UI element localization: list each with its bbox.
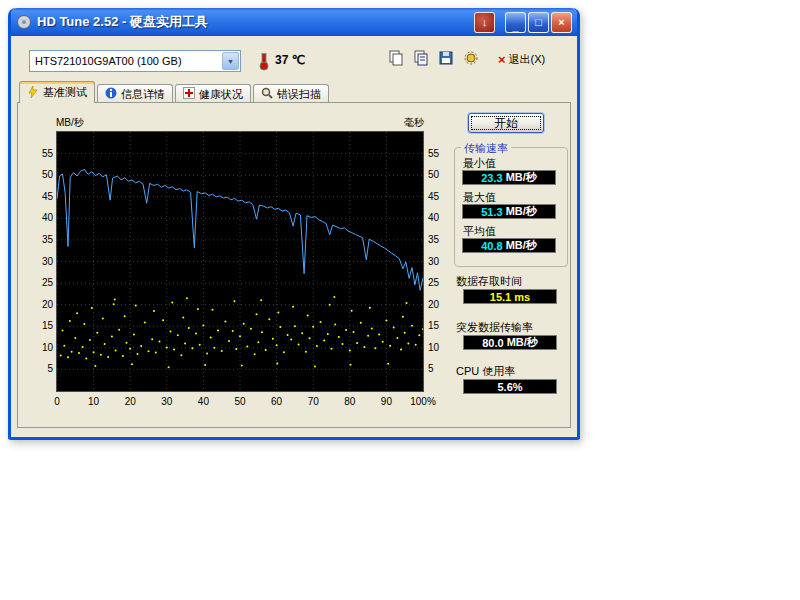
tab-strip: 基准测试 信息详情 健康状况	[19, 81, 331, 103]
y-tick-label: 20	[42, 299, 53, 310]
y-tick-label: 55	[428, 148, 439, 159]
x-tick-label: 80	[344, 396, 355, 407]
y-tick-label: 15	[428, 320, 439, 331]
access-time-unit: ms	[514, 291, 530, 303]
x-tick-label: 100%	[410, 396, 436, 407]
close-button[interactable]: ×	[551, 12, 572, 33]
cpu-usage-label: CPU 使用率	[456, 364, 515, 379]
x-tick-label: 90	[381, 396, 392, 407]
tab-info[interactable]: 信息详情	[97, 84, 173, 103]
benchmark-icon	[27, 86, 39, 100]
chevron-down-icon[interactable]: ▼	[222, 52, 239, 70]
y-tick-label: 50	[428, 169, 439, 180]
min-label: 最小值	[463, 156, 496, 171]
window-title: HD Tune 2.52 - 硬盘实用工具	[37, 13, 474, 31]
y-tick-label: 10	[428, 342, 439, 353]
y-tick-label: 40	[428, 212, 439, 223]
info-icon	[105, 87, 117, 101]
error-scan-icon	[261, 87, 273, 101]
max-unit: MB/秒	[506, 204, 537, 219]
min-unit: MB/秒	[506, 170, 537, 185]
tab-benchmark[interactable]: 基准测试	[19, 81, 95, 103]
tab-label: 基准测试	[43, 85, 87, 100]
hd-tune-window: HD Tune 2.52 - 硬盘实用工具 ↓ _ □ × HTS721010G…	[8, 8, 580, 440]
tab-error-scan[interactable]: 错误扫描	[253, 84, 329, 103]
right-axis-label: 毫秒	[404, 116, 424, 130]
y-tick-label: 25	[428, 277, 439, 288]
client-area: HTS721010G9AT00 (100 GB) ▼ 37 ℃	[11, 36, 577, 437]
cpu-usage-value: 5.6%	[497, 381, 522, 393]
y-tick-label: 40	[42, 212, 53, 223]
drive-select-value: HTS721010G9AT00 (100 GB)	[35, 55, 182, 67]
tab-health[interactable]: 健康状况	[175, 84, 251, 103]
desktop: HD Tune 2.52 - 硬盘实用工具 ↓ _ □ × HTS721010G…	[0, 0, 800, 600]
health-icon	[183, 87, 195, 101]
options-icon	[463, 50, 479, 69]
max-label: 最大值	[463, 190, 496, 205]
tab-label: 健康状况	[199, 87, 243, 102]
burst-rate-box: 80.0 MB/秒	[463, 335, 557, 350]
exit-button[interactable]: × 退出(X)	[493, 48, 550, 70]
x-tick-label: 70	[308, 396, 319, 407]
access-time-value: 15.1	[490, 291, 511, 303]
y-tick-label: 50	[42, 169, 53, 180]
maximize-button[interactable]: □	[528, 12, 549, 33]
x-tick-label: 0	[54, 396, 60, 407]
min-value: 23.3	[481, 172, 502, 184]
burst-rate-label: 突发数据传输率	[456, 320, 533, 335]
y-tick-label: 30	[42, 256, 53, 267]
tab-label: 信息详情	[121, 87, 165, 102]
titlebar[interactable]: HD Tune 2.52 - 硬盘实用工具 ↓ _ □ ×	[11, 8, 577, 36]
options-button[interactable]	[460, 48, 482, 70]
cpu-usage-box: 5.6%	[463, 379, 557, 394]
burst-rate-unit: MB/秒	[507, 335, 538, 350]
x-axis-ticks: 0102030405060708090100%	[57, 396, 423, 410]
access-time-label: 数据存取时间	[456, 274, 522, 289]
y-tick-label: 45	[428, 191, 439, 202]
y-tick-label: 5	[428, 363, 434, 374]
max-value: 51.3	[481, 206, 502, 218]
copy-text-icon	[413, 50, 429, 69]
copy-screenshot-icon	[388, 50, 404, 69]
minimize-button[interactable]: _	[505, 12, 526, 33]
avg-value-box: 40.8 MB/秒	[462, 238, 556, 253]
y-tick-label: 5	[47, 363, 53, 374]
avg-label: 平均值	[463, 224, 496, 239]
x-tick-label: 40	[198, 396, 209, 407]
copy-screenshot-button[interactable]	[385, 48, 407, 70]
y-tick-label: 35	[42, 234, 53, 245]
save-icon	[438, 50, 454, 69]
copy-text-button[interactable]	[410, 48, 432, 70]
burst-rate-value: 80.0	[482, 337, 503, 349]
start-button[interactable]: 开始	[468, 113, 544, 133]
y-tick-label: 20	[428, 299, 439, 310]
benchmark-chart	[56, 131, 424, 392]
avg-value: 40.8	[481, 240, 502, 252]
y-tick-label: 15	[42, 320, 53, 331]
drive-select[interactable]: HTS721010G9AT00 (100 GB) ▼	[29, 50, 241, 72]
exit-x-icon: ×	[498, 52, 506, 67]
exit-label: 退出(X)	[509, 52, 546, 67]
y-tick-label: 30	[428, 256, 439, 267]
max-value-box: 51.3 MB/秒	[462, 204, 556, 219]
temperature-value: 37 ℃	[275, 53, 305, 67]
y-tick-label: 35	[428, 234, 439, 245]
y-tick-label: 25	[42, 277, 53, 288]
y-tick-label: 10	[42, 342, 53, 353]
min-value-box: 23.3 MB/秒	[462, 170, 556, 185]
y-tick-label: 55	[42, 148, 53, 159]
tab-label: 错误扫描	[277, 87, 321, 102]
right-axis-ticks: 555045403530252015105	[428, 131, 453, 392]
access-time-box: 15.1 ms	[463, 289, 557, 304]
avg-unit: MB/秒	[506, 238, 537, 253]
left-axis-ticks: 555045403530252015105	[28, 131, 53, 392]
x-tick-label: 50	[234, 396, 245, 407]
x-tick-label: 20	[125, 396, 136, 407]
update-button[interactable]: ↓	[474, 12, 495, 33]
x-tick-label: 30	[161, 396, 172, 407]
transfer-rate-group: 传输速率 最小值 23.3 MB/秒 最大值 51.3 MB/秒 平均值 40.…	[454, 147, 568, 267]
save-screenshot-button[interactable]	[435, 48, 457, 70]
benchmark-panel: MB/秒 毫秒 555045403530252015105 5550454035…	[17, 102, 571, 428]
x-tick-label: 10	[88, 396, 99, 407]
group-title: 传输速率	[461, 141, 511, 156]
